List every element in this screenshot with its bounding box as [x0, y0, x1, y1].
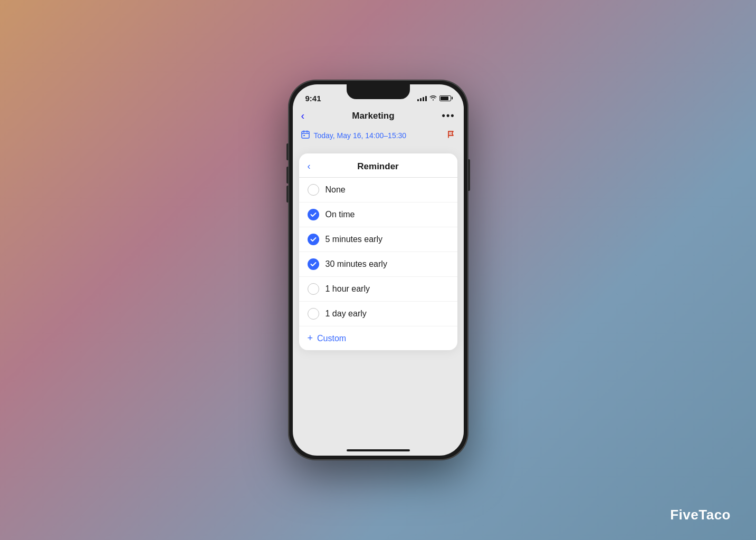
reminder-header: ‹ Reminder [299, 153, 457, 178]
option-30-min[interactable]: 30 minutes early [299, 252, 457, 277]
radio-none[interactable] [308, 184, 319, 196]
radio-1-day[interactable] [308, 308, 319, 320]
home-indicator [347, 449, 410, 451]
phone-device: 9:41 ‹ Marketing [289, 80, 468, 460]
reminder-card: ‹ Reminder None On time [299, 153, 457, 350]
battery-fill [441, 97, 448, 100]
option-1-hour[interactable]: 1 hour early [299, 277, 457, 302]
app-header: ‹ Marketing ••• [293, 108, 464, 126]
option-30-min-label: 30 minutes early [326, 259, 387, 269]
app-title: Marketing [352, 111, 394, 121]
option-on-time[interactable]: On time [299, 202, 457, 227]
option-1-hour-label: 1 hour early [326, 284, 370, 294]
wifi-icon [429, 95, 437, 102]
status-icons [417, 95, 451, 102]
custom-plus-icon: + [308, 333, 313, 344]
flag-icon [447, 130, 455, 141]
option-1-day-label: 1 day early [326, 309, 367, 319]
svg-rect-4 [303, 135, 305, 136]
option-5-min-label: 5 minutes early [326, 235, 383, 244]
back-button[interactable]: ‹ [301, 110, 305, 122]
radio-5-min[interactable] [308, 234, 319, 245]
notch [347, 84, 410, 99]
custom-option[interactable]: + Custom [299, 326, 457, 350]
option-on-time-label: On time [326, 210, 355, 219]
brand-logo: FiveTaco [670, 507, 731, 523]
option-none-label: None [326, 185, 346, 195]
custom-label: Custom [317, 334, 346, 343]
option-5-min[interactable]: 5 minutes early [299, 227, 457, 252]
battery-icon [439, 95, 451, 101]
option-1-day[interactable]: 1 day early [299, 302, 457, 326]
event-time-text: Today, May 16, 14:00–15:30 [314, 131, 443, 140]
status-time: 9:41 [305, 94, 321, 103]
calendar-icon [301, 130, 310, 141]
svg-rect-0 [302, 131, 309, 138]
radio-30-min[interactable] [308, 258, 319, 270]
phone-screen: 9:41 ‹ Marketing [293, 84, 464, 456]
reminder-title: Reminder [357, 161, 398, 172]
signal-icon [417, 95, 427, 101]
reminder-back-button[interactable]: ‹ [308, 161, 311, 172]
radio-on-time[interactable] [308, 209, 319, 220]
event-info-bar: Today, May 16, 14:00–15:30 [293, 126, 464, 145]
more-button[interactable]: ••• [442, 110, 455, 121]
option-none[interactable]: None [299, 178, 457, 202]
radio-1-hour[interactable] [308, 283, 319, 295]
